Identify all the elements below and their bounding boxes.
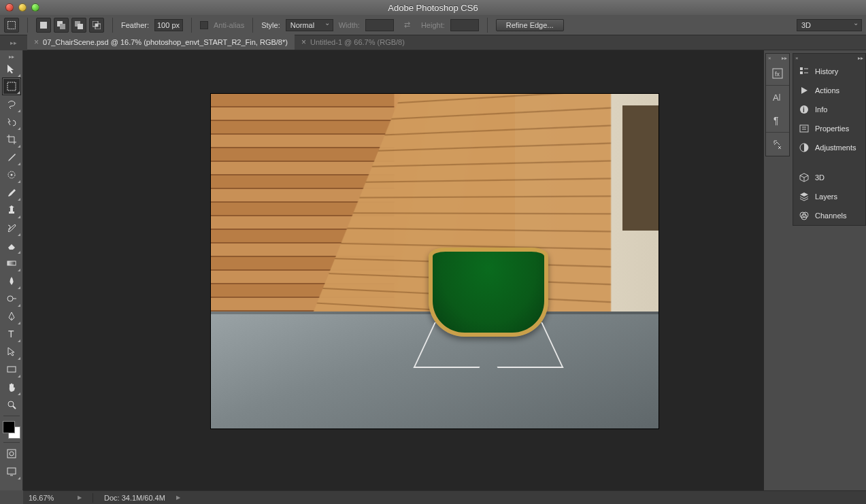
feather-input[interactable] xyxy=(154,19,183,31)
title-bar: Adobe Photoshop CS6 xyxy=(0,0,866,15)
close-window-button[interactable] xyxy=(5,3,14,12)
window-controls xyxy=(0,3,39,12)
gradient-tool[interactable] xyxy=(2,254,21,272)
panel-expand-icon[interactable]: ▸▸ xyxy=(858,55,863,61)
mini-panel-tool-presets-icon[interactable] xyxy=(766,133,789,156)
svg-text:i: i xyxy=(803,106,805,114)
right-panel-dock: ×▸▸ fx A ¶ ×▸▸ History Actions i Info xyxy=(764,50,866,490)
panel-history[interactable]: History xyxy=(793,62,865,81)
svg-text:A: A xyxy=(773,93,779,103)
panel-expand-icon[interactable]: ▸▸ xyxy=(782,55,787,61)
actions-icon xyxy=(799,85,810,96)
history-icon xyxy=(799,66,810,77)
toolbar-collapse-grip[interactable]: ▸▸ xyxy=(0,35,27,50)
hand-tool[interactable] xyxy=(2,378,21,396)
antialias-checkbox xyxy=(200,21,208,29)
quick-mask-toggle[interactable] xyxy=(2,445,21,463)
collapsed-panel-dock: ×▸▸ fx A ¶ xyxy=(765,53,790,156)
document-tab-bar: × 07_ChairScene.psd @ 16.7% (photoshop_e… xyxy=(0,35,866,50)
feather-label: Feather: xyxy=(121,21,149,29)
pen-tool[interactable] xyxy=(2,307,21,325)
status-zoom[interactable]: 16.67% xyxy=(29,494,67,502)
doc-info-menu-icon[interactable]: ▶ xyxy=(176,494,180,501)
panel-close-icon[interactable]: × xyxy=(795,55,799,61)
panel-label: Adjustments xyxy=(815,144,856,152)
zoom-window-button[interactable] xyxy=(31,3,39,12)
workspace-switcher[interactable]: 3D xyxy=(797,19,862,31)
panel-properties[interactable]: Properties xyxy=(793,119,865,138)
move-tool[interactable] xyxy=(2,60,21,78)
svg-rect-28 xyxy=(800,125,808,132)
close-tab-icon[interactable]: × xyxy=(301,38,306,46)
lasso-tool[interactable] xyxy=(2,95,21,113)
foreground-color-swatch[interactable] xyxy=(3,421,15,433)
toolbar-grip-icon[interactable]: ▸▸ xyxy=(0,53,23,60)
panel-channels[interactable]: Channels xyxy=(793,206,865,225)
quick-selection-tool[interactable] xyxy=(2,113,21,131)
width-label: Width: xyxy=(339,21,360,29)
svg-text:fx: fx xyxy=(775,71,780,78)
selection-intersect-icon[interactable] xyxy=(89,18,104,33)
crop-tool[interactable] xyxy=(2,131,21,148)
panel-adjustments[interactable]: Adjustments xyxy=(793,138,865,157)
document-canvas[interactable] xyxy=(211,94,659,429)
svg-rect-3 xyxy=(60,24,65,29)
mini-panel-styles-icon[interactable]: fx xyxy=(766,62,789,85)
panel-label: Layers xyxy=(815,192,837,201)
channels-icon xyxy=(799,210,810,221)
rectangular-marquee-tool[interactable] xyxy=(2,78,21,95)
panel-group: ×▸▸ History Actions i Info Properties Ad… xyxy=(793,53,866,226)
panel-label: Info xyxy=(815,105,827,114)
selection-add-icon[interactable] xyxy=(54,18,69,33)
minimize-window-button[interactable] xyxy=(18,3,27,12)
selection-subtract-icon[interactable] xyxy=(71,18,86,33)
type-tool[interactable]: T xyxy=(2,325,21,343)
panel-label: Properties xyxy=(815,124,849,133)
mini-panel-character-icon[interactable]: A xyxy=(766,86,789,109)
svg-rect-15 xyxy=(7,367,16,372)
panel-actions[interactable]: Actions xyxy=(793,81,865,100)
eyedropper-tool[interactable] xyxy=(2,148,21,166)
clone-stamp-tool[interactable] xyxy=(2,201,21,219)
panel-label: Channels xyxy=(815,212,846,220)
svg-rect-19 xyxy=(7,468,16,474)
svg-rect-17 xyxy=(7,450,16,458)
document-tab[interactable]: × Untitled-1 @ 66.7% (RGB/8) xyxy=(295,35,412,50)
canvas-area[interactable] xyxy=(23,50,764,490)
screen-mode-toggle[interactable] xyxy=(2,463,21,480)
brush-tool[interactable] xyxy=(2,184,21,201)
panel-close-icon[interactable]: × xyxy=(768,55,771,61)
panel-layers[interactable]: Layers xyxy=(793,187,865,206)
svg-rect-25 xyxy=(800,71,803,74)
current-tool-icon[interactable] xyxy=(4,18,19,33)
height-input xyxy=(450,19,479,31)
refine-edge-button[interactable]: Refine Edge... xyxy=(496,19,564,31)
document-tab-label: Untitled-1 @ 66.7% (RGB/8) xyxy=(310,38,405,46)
eraser-tool[interactable] xyxy=(2,237,21,254)
zoom-tool[interactable] xyxy=(2,396,21,414)
panel-label: 3D xyxy=(815,173,825,182)
canvas-image-chair xyxy=(417,241,561,368)
rectangle-tool[interactable] xyxy=(2,360,21,378)
history-brush-tool[interactable] xyxy=(2,219,21,237)
spot-healing-brush-tool[interactable] xyxy=(2,166,21,184)
zoom-menu-icon[interactable]: ▶ xyxy=(78,494,82,501)
swap-dimensions-icon: ⇄ xyxy=(399,19,416,31)
blur-tool[interactable] xyxy=(2,272,21,290)
svg-point-16 xyxy=(8,401,14,407)
panel-info[interactable]: i Info xyxy=(793,100,865,119)
options-bar: Feather: Anti-alias Style: Normal Width:… xyxy=(0,15,866,35)
color-swatches[interactable] xyxy=(1,420,22,440)
mini-panel-paragraph-icon[interactable]: ¶ xyxy=(766,109,789,132)
style-label: Style: xyxy=(261,21,280,29)
style-select[interactable]: Normal xyxy=(286,19,333,31)
document-tab[interactable]: × 07_ChairScene.psd @ 16.7% (photoshop_e… xyxy=(27,35,295,50)
panel-3d[interactable]: 3D xyxy=(793,168,865,187)
dodge-tool[interactable] xyxy=(2,290,21,307)
selection-new-icon[interactable] xyxy=(36,18,51,33)
svg-point-11 xyxy=(10,174,12,176)
properties-icon xyxy=(799,123,810,134)
close-tab-icon[interactable]: × xyxy=(34,38,39,46)
path-selection-tool[interactable] xyxy=(2,343,21,360)
status-doc-size[interactable]: Doc: 34.1M/60.4M xyxy=(104,494,165,502)
